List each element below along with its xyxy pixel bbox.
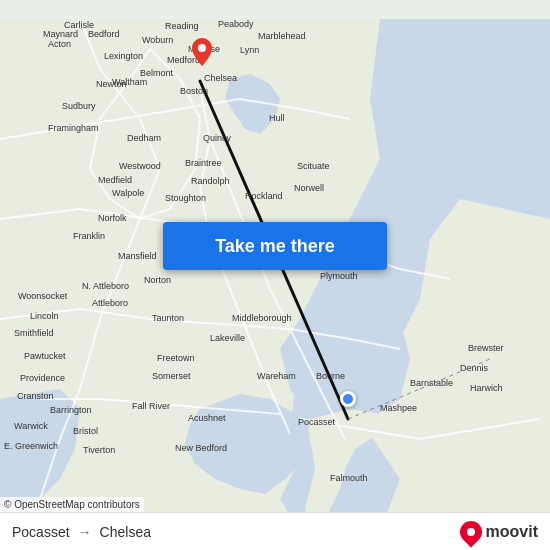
svg-text:Bourne: Bourne [316, 371, 345, 381]
svg-text:Lakeville: Lakeville [210, 333, 245, 343]
svg-text:Freetown: Freetown [157, 353, 195, 363]
svg-text:Lexington: Lexington [104, 51, 143, 61]
svg-text:Mashpee: Mashpee [380, 403, 417, 413]
svg-text:Lincoln: Lincoln [30, 311, 59, 321]
footer-bar: Pocasset → Chelsea moovit [0, 512, 550, 550]
svg-text:Providence: Providence [20, 373, 65, 383]
map-svg: Carlisle Reading Peabody Marblehead Lynn… [0, 0, 550, 550]
svg-text:Newton: Newton [96, 79, 127, 89]
moovit-icon [455, 516, 486, 547]
svg-text:Chelsea: Chelsea [204, 73, 237, 83]
svg-text:Cranston: Cranston [17, 391, 54, 401]
svg-text:Norton: Norton [144, 275, 171, 285]
svg-text:Randolph: Randolph [191, 176, 230, 186]
svg-text:Dennis: Dennis [460, 363, 489, 373]
svg-text:Acton: Acton [48, 39, 71, 49]
moovit-logo: moovit [460, 521, 538, 543]
svg-text:Plymouth: Plymouth [320, 271, 358, 281]
svg-text:Warwick: Warwick [14, 421, 48, 431]
svg-text:Medfield: Medfield [98, 175, 132, 185]
footer-from-label: Pocasset [12, 524, 70, 540]
svg-text:Hull: Hull [269, 113, 285, 123]
svg-text:New Bedford: New Bedford [175, 443, 227, 453]
svg-text:Walpole: Walpole [112, 188, 144, 198]
svg-text:Brewster: Brewster [468, 343, 504, 353]
svg-text:Quincy: Quincy [203, 133, 232, 143]
svg-text:Pawtucket: Pawtucket [24, 351, 66, 361]
svg-text:Barrington: Barrington [50, 405, 92, 415]
svg-text:Maynard: Maynard [43, 29, 78, 39]
svg-text:Harwich: Harwich [470, 383, 503, 393]
destination-pin [192, 38, 212, 66]
svg-text:Mansfield: Mansfield [118, 251, 157, 261]
take-me-there-button[interactable]: Take me there [163, 222, 387, 270]
svg-text:Franklin: Franklin [73, 231, 105, 241]
svg-text:Norfolk: Norfolk [98, 213, 127, 223]
svg-text:Acushnet: Acushnet [188, 413, 226, 423]
svg-text:Taunton: Taunton [152, 313, 184, 323]
footer-arrow: → [78, 524, 92, 540]
svg-text:Peabody: Peabody [218, 19, 254, 29]
svg-text:N. Attleboro: N. Attleboro [82, 281, 129, 291]
svg-text:Woonsocket: Woonsocket [18, 291, 68, 301]
svg-text:Reading: Reading [165, 21, 199, 31]
svg-text:Fall River: Fall River [132, 401, 170, 411]
map-container: Carlisle Reading Peabody Marblehead Lynn… [0, 0, 550, 550]
svg-text:Norwell: Norwell [294, 183, 324, 193]
svg-text:Sudbury: Sudbury [62, 101, 96, 111]
svg-text:Barnstable: Barnstable [410, 378, 453, 388]
svg-text:Attleboro: Attleboro [92, 298, 128, 308]
svg-text:Wareham: Wareham [257, 371, 296, 381]
moovit-text: moovit [486, 523, 538, 541]
svg-text:Rockland: Rockland [245, 191, 283, 201]
svg-point-77 [198, 44, 206, 52]
map-attribution: © OpenStreetMap contributors [0, 497, 144, 512]
svg-text:Bristol: Bristol [73, 426, 98, 436]
svg-text:Scituate: Scituate [297, 161, 330, 171]
footer-to-label: Chelsea [100, 524, 151, 540]
svg-text:Woburn: Woburn [142, 35, 173, 45]
svg-text:Stoughton: Stoughton [165, 193, 206, 203]
svg-text:Bedford: Bedford [88, 29, 120, 39]
svg-text:Somerset: Somerset [152, 371, 191, 381]
svg-text:Westwood: Westwood [119, 161, 161, 171]
svg-text:E. Greenwich: E. Greenwich [4, 441, 58, 451]
svg-text:Braintree: Braintree [185, 158, 222, 168]
svg-text:Boston: Boston [180, 86, 208, 96]
svg-text:Falmouth: Falmouth [330, 473, 368, 483]
svg-text:Marblehead: Marblehead [258, 31, 306, 41]
svg-text:Lynn: Lynn [240, 45, 259, 55]
svg-text:Pocasset: Pocasset [298, 417, 336, 427]
svg-text:Tiverton: Tiverton [83, 445, 115, 455]
svg-text:Smithfield: Smithfield [14, 328, 54, 338]
svg-text:Framingham: Framingham [48, 123, 99, 133]
origin-dot [340, 391, 356, 407]
svg-text:Dedham: Dedham [127, 133, 161, 143]
svg-text:Middleborough: Middleborough [232, 313, 292, 323]
